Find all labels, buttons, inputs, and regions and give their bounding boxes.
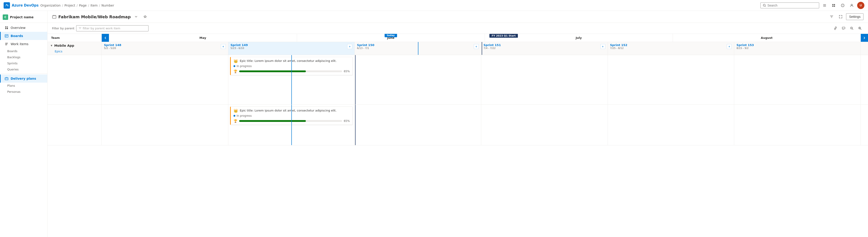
svg-rect-15 bbox=[5, 35, 8, 37]
search-box[interactable] bbox=[761, 2, 819, 8]
svg-rect-26 bbox=[7, 78, 8, 79]
content-extra-col-2b bbox=[734, 105, 861, 145]
title-dropdown-btn[interactable] bbox=[132, 13, 140, 20]
epic-1-progress-bar bbox=[239, 70, 342, 72]
breadcrumb-item[interactable]: Item bbox=[90, 4, 98, 7]
list-icon-btn[interactable] bbox=[821, 2, 828, 9]
overview-icon bbox=[4, 26, 9, 30]
today-badge: today bbox=[384, 34, 397, 37]
sprint-149-name[interactable]: Sprint 149 bbox=[230, 43, 248, 47]
sprint-153-name[interactable]: Sprint 153 bbox=[737, 43, 754, 47]
epic-2-progress-pct: 65% bbox=[344, 120, 350, 123]
page-header-left: Fabrikam Mobile/Web Roadmap bbox=[52, 13, 149, 20]
comment-icon-btn[interactable] bbox=[840, 25, 847, 32]
store-icon-btn[interactable] bbox=[830, 2, 837, 9]
sidebar-item-queries[interactable]: Queries bbox=[0, 66, 47, 72]
content-today-line bbox=[291, 55, 292, 104]
sidebar-item-label-backlogs: Backlogs bbox=[7, 56, 20, 59]
sprint-152-header: Sprint 152 7/25 - 8/12 + bbox=[610, 43, 732, 50]
month-july-label: July bbox=[576, 36, 582, 39]
help-icon-btn[interactable]: ? bbox=[839, 2, 846, 9]
sidebar-item-overview[interactable]: Overview bbox=[0, 24, 47, 32]
content-may-col-2 bbox=[102, 105, 228, 145]
epic-2-progress-bar bbox=[239, 120, 342, 122]
svg-rect-23 bbox=[6, 77, 6, 78]
sprint-150-name[interactable]: Sprint 150 bbox=[357, 43, 374, 47]
sprint-148-name[interactable]: Sprint 148 bbox=[104, 43, 121, 47]
svg-rect-29 bbox=[55, 15, 55, 16]
timeline-prev-btn[interactable] bbox=[102, 34, 109, 42]
sidebar-item-label-plans: Plans bbox=[7, 84, 15, 87]
svg-rect-3 bbox=[823, 6, 826, 6]
sidebar-item-boards-sub[interactable]: Boards bbox=[0, 48, 47, 54]
epic-2-title: Epic title: Lorem ipsum dolor sit amet, … bbox=[240, 108, 350, 113]
search-input[interactable] bbox=[767, 4, 817, 7]
sprint-152-name[interactable]: Sprint 152 bbox=[610, 43, 627, 47]
content-aug-col-2 bbox=[481, 105, 608, 145]
fullscreen-btn[interactable] bbox=[837, 13, 844, 20]
sidebar-divider-1 bbox=[0, 23, 47, 23]
sidebar-item-delivery-plans[interactable]: Delivery plans bbox=[0, 74, 47, 82]
sidebar-divider-2 bbox=[0, 73, 47, 74]
team-column-header: Team bbox=[48, 34, 102, 42]
sidebar-item-plans[interactable]: Plans bbox=[0, 82, 47, 89]
sprint-150-cell: Sprint 150 6/13 - 7/1 + bbox=[355, 42, 481, 55]
sidebar-item-work-items[interactable]: Work items bbox=[0, 40, 47, 48]
sprint-150-add-btn[interactable]: + bbox=[474, 44, 479, 49]
work-items-icon bbox=[4, 42, 9, 46]
breadcrumb-org[interactable]: Organization bbox=[40, 4, 61, 7]
chevron-left-icon bbox=[104, 37, 107, 39]
sidebar-item-personas[interactable]: Personas bbox=[0, 89, 47, 95]
breadcrumb-sep4: / bbox=[99, 4, 100, 7]
svg-rect-28 bbox=[53, 15, 54, 16]
filter-right bbox=[832, 25, 864, 32]
zoom-out-icon bbox=[850, 26, 854, 30]
sprint-148-dates: 5/2 - 5/20 bbox=[104, 47, 121, 50]
main-content: Fabrikam Mobile/Web Roadmap bbox=[48, 11, 868, 237]
filter-input[interactable]: filter by parent work item bbox=[76, 25, 149, 31]
sidebar-item-boards-top[interactable]: Boards bbox=[0, 32, 47, 40]
epic-1-progress-pct: 65% bbox=[344, 70, 350, 73]
sprint-148-add-btn[interactable]: + bbox=[221, 44, 226, 49]
sidebar-item-label-overview: Overview bbox=[11, 26, 26, 30]
svg-rect-2 bbox=[823, 5, 826, 6]
team-epics-label[interactable]: Epics bbox=[48, 49, 101, 55]
content-extra-col-2a bbox=[608, 105, 735, 145]
link-icon-btn[interactable] bbox=[832, 25, 839, 32]
settings-btn[interactable]: Settings bbox=[846, 13, 864, 20]
sprint-151-add-btn[interactable]: + bbox=[600, 44, 605, 49]
timeline-next-btn[interactable] bbox=[861, 34, 868, 42]
page-header: Fabrikam Mobile/Web Roadmap bbox=[48, 11, 868, 23]
breadcrumb: Organization / Project / Page / Item / N… bbox=[40, 4, 758, 7]
top-nav-right: ? U bbox=[761, 2, 864, 9]
svg-rect-1 bbox=[823, 4, 826, 5]
sidebar-item-label-delivery-plans: Delivery plans bbox=[11, 77, 36, 80]
breadcrumb-project[interactable]: Project bbox=[64, 4, 75, 7]
avatar-btn[interactable]: U bbox=[857, 2, 864, 9]
sprint-149-add-btn[interactable]: + bbox=[347, 44, 352, 49]
sprint-152-add-btn[interactable]: + bbox=[727, 44, 732, 49]
zoom-in-btn[interactable] bbox=[856, 25, 864, 32]
boards-icon-top bbox=[4, 34, 9, 38]
sprint-153-cell: Sprint 153 8/15 - 9/2 bbox=[734, 42, 861, 55]
filter-icon-btn[interactable] bbox=[828, 13, 835, 20]
user-icon-btn[interactable] bbox=[848, 2, 855, 9]
sprint-151-name[interactable]: Sprint 151 bbox=[484, 43, 501, 47]
sidebar-item-sprints[interactable]: Sprints bbox=[0, 60, 47, 66]
team-collapse-btn[interactable]: ▼ bbox=[50, 44, 53, 47]
sidebar-item-backlogs[interactable]: Backlogs bbox=[0, 54, 47, 60]
breadcrumb-page[interactable]: Page bbox=[79, 4, 87, 7]
search-icon bbox=[763, 4, 766, 7]
svg-rect-6 bbox=[832, 6, 833, 7]
fy-badge: FY 2023 Q1 Start bbox=[489, 34, 518, 38]
epic-2-progress-icon: 🏆 bbox=[234, 119, 237, 123]
zoom-in-icon bbox=[858, 26, 862, 30]
zoom-out-btn[interactable] bbox=[848, 25, 855, 32]
sidebar-item-label-boards-sub: Boards bbox=[7, 49, 18, 53]
brand[interactable]: Azure DevOps bbox=[4, 2, 39, 8]
breadcrumb-number[interactable]: Number bbox=[101, 4, 114, 7]
timeline-area[interactable]: Team May June bbox=[48, 34, 868, 237]
sprint-152-dates: 7/25 - 8/12 bbox=[610, 47, 627, 50]
team-content-name-col bbox=[48, 55, 102, 104]
favorite-btn[interactable] bbox=[142, 13, 149, 20]
